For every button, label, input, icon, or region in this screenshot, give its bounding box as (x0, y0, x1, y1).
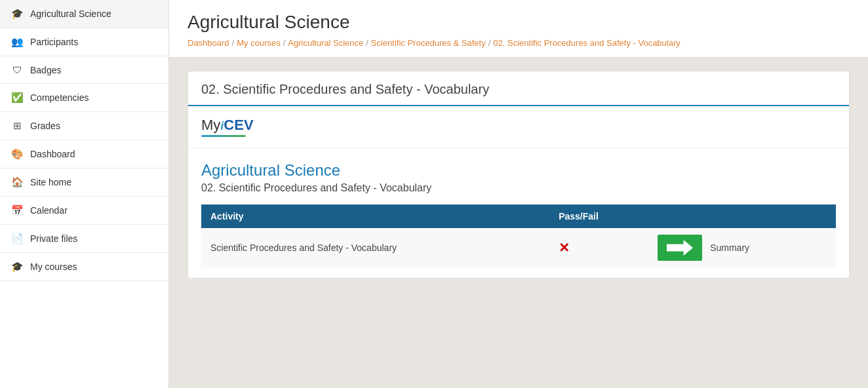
content-box-header: 02. Scientific Procedures and Safety - V… (188, 71, 849, 106)
col-header-activity: Activity (201, 204, 549, 228)
logo-area: MyiCEV (188, 106, 849, 148)
breadcrumb: Dashboard / My courses / Agricultural Sc… (187, 38, 850, 48)
pass-fail-cell: ✕ (549, 228, 648, 267)
sidebar-label-competencies: Competencies (30, 92, 89, 103)
sidebar-item-calendar[interactable]: 📅 Calendar (0, 197, 168, 225)
action-cell: Summary (648, 228, 836, 267)
calendar-icon: 📅 (10, 204, 24, 216)
sidebar-label-my-courses: My courses (30, 262, 77, 272)
subject-subtitle: 02. Scientific Procedures and Safety - V… (201, 182, 836, 194)
breadcrumb-ag-science[interactable]: Agricultural Science (288, 38, 363, 48)
page-title: Agricultural Science (187, 12, 850, 33)
col-header-action (648, 204, 836, 228)
dashboard-icon: 🎨 (10, 148, 24, 160)
col-header-pass-fail: Pass/Fail (549, 204, 648, 228)
sidebar-item-participants[interactable]: 👥 Participants (0, 28, 168, 56)
sidebar-label-calendar: Calendar (30, 205, 68, 216)
home-icon: 🏠 (10, 176, 24, 188)
content-area: 02. Scientific Procedures and Safety - V… (169, 58, 868, 388)
summary-label: Summary (710, 242, 749, 253)
content-inner: MyiCEV Agricultural Science 02. Scientif… (188, 106, 849, 278)
breadcrumb-sep-2: / (283, 38, 286, 48)
sidebar-item-dashboard[interactable]: 🎨 Dashboard (0, 140, 168, 168)
breadcrumb-sep-1: / (232, 38, 235, 48)
activity-name: Scientific Procedures and Safety - Vocab… (201, 228, 549, 267)
content-box: 02. Scientific Procedures and Safety - V… (187, 71, 850, 279)
graduation-icon: 🎓 (10, 8, 24, 20)
svg-marker-0 (667, 240, 693, 256)
breadcrumb-my-courses[interactable]: My courses (237, 38, 280, 48)
sidebar-item-badges[interactable]: 🛡 Badges (0, 56, 168, 84)
logo-cev-text: CEV (224, 117, 253, 133)
competencies-icon: ✅ (10, 92, 24, 104)
fail-mark: ✕ (559, 241, 570, 255)
section-title: 02. Scientific Procedures and Safety - V… (201, 82, 836, 97)
breadcrumb-vocab[interactable]: 02. Scientific Procedures and Safety - V… (493, 38, 680, 48)
table-header-row: Activity Pass/Fail (201, 204, 836, 228)
my-courses-icon: 🎓 (10, 261, 24, 273)
myicev-logo: MyiCEV (201, 117, 836, 137)
breadcrumb-dashboard[interactable]: Dashboard (187, 38, 229, 48)
sidebar-label-dashboard: Dashboard (30, 149, 75, 159)
sidebar-item-competencies[interactable]: ✅ Competencies (0, 84, 168, 112)
summary-arrow-button[interactable] (658, 235, 702, 261)
sidebar: 🎓 Agricultural Science 👥 Participants 🛡 … (0, 0, 169, 388)
table-row: Scientific Procedures and Safety - Vocab… (201, 228, 836, 267)
sidebar-label-grades: Grades (30, 121, 60, 131)
participants-icon: 👥 (10, 36, 24, 48)
sidebar-item-site-home[interactable]: 🏠 Site home (0, 168, 168, 197)
subject-area: Agricultural Science 02. Scientific Proc… (188, 148, 849, 278)
sidebar-label-site-home: Site home (30, 177, 71, 187)
sidebar-label-participants: Participants (30, 37, 78, 47)
activity-table: Activity Pass/Fail Scientific Procedures… (201, 204, 836, 267)
logo-underline (201, 135, 246, 137)
sidebar-label-agricultural-science: Agricultural Science (30, 9, 111, 19)
sidebar-item-grades[interactable]: ⊞ Grades (0, 112, 168, 140)
sidebar-item-my-courses[interactable]: 🎓 My courses (0, 253, 168, 281)
sidebar-item-private-files[interactable]: 📄 Private files (0, 225, 168, 253)
subject-title: Agricultural Science (201, 161, 836, 180)
breadcrumb-sep-3: / (366, 38, 368, 48)
logo-my-text: My (201, 117, 220, 133)
file-icon: 📄 (10, 233, 24, 244)
sidebar-label-badges: Badges (30, 65, 61, 75)
breadcrumb-sep-4: / (488, 38, 491, 48)
sidebar-item-agricultural-science[interactable]: 🎓 Agricultural Science (0, 0, 168, 28)
breadcrumb-sci-proc[interactable]: Scientific Procedures & Safety (371, 38, 486, 48)
sidebar-label-private-files: Private files (30, 233, 77, 244)
scroll-container[interactable]: MyiCEV Agricultural Science 02. Scientif… (188, 106, 849, 278)
grades-icon: ⊞ (10, 120, 24, 132)
badges-icon: 🛡 (10, 64, 24, 75)
main-content: Agricultural Science Dashboard / My cour… (169, 0, 868, 388)
page-header: Agricultural Science Dashboard / My cour… (169, 0, 868, 58)
arrow-right-icon (667, 239, 693, 257)
